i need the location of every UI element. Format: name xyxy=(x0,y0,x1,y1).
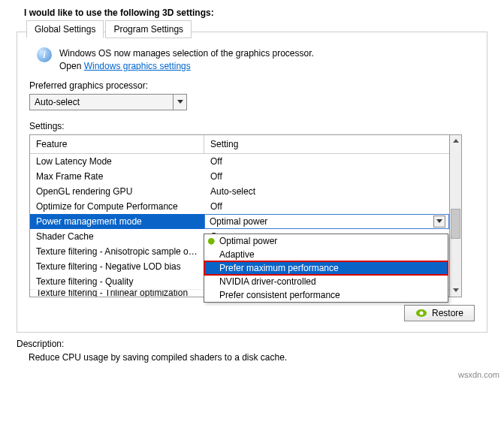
nvidia-icon xyxy=(415,309,427,318)
description-text: Reduce CPU usage by saving compiled shad… xyxy=(17,352,487,363)
svg-point-3 xyxy=(419,311,423,315)
table-row-selected[interactable]: Power management mode Optimal power xyxy=(30,214,449,229)
restore-button-label: Restore xyxy=(432,308,463,318)
description-block: Description: Reduce CPU usage by saving … xyxy=(17,339,487,363)
dropdown-option-adaptive[interactable]: Adaptive xyxy=(204,248,448,261)
setting-cell: Off xyxy=(204,201,449,212)
dropdown-option-nvidia-controlled[interactable]: NVIDIA driver-controlled xyxy=(204,275,448,288)
column-header-setting[interactable]: Setting xyxy=(204,135,449,153)
scrollbar-thumb[interactable] xyxy=(451,209,460,239)
svg-point-0 xyxy=(208,237,215,244)
dropdown-option-label: Prefer maximum performance xyxy=(219,263,339,273)
info-line1: Windows OS now manages selection of the … xyxy=(59,47,314,60)
dropdown-option-label: Prefer consistent performance xyxy=(219,290,340,300)
feature-cell: Texture filtering - Negative LOD bias xyxy=(30,261,204,272)
scroll-down-button[interactable] xyxy=(450,285,461,297)
feature-cell: Texture filtering - Trilinear optimizati… xyxy=(30,289,204,297)
chevron-down-icon[interactable] xyxy=(433,215,445,228)
scrollbar-track[interactable] xyxy=(450,147,461,285)
preferred-processor-value: Auto-select xyxy=(30,97,173,107)
feature-cell: Optimize for Compute Performance xyxy=(30,201,204,212)
setting-cell: Off xyxy=(204,171,449,182)
tab-program-settings[interactable]: Program Settings xyxy=(105,20,192,38)
setting-cell: Auto-select xyxy=(204,186,449,197)
tabs: Global Settings Program Settings xyxy=(26,20,193,38)
nvidia-icon xyxy=(207,237,218,245)
feature-cell: Texture filtering - Anisotropic sample o… xyxy=(30,246,204,257)
preferred-processor-label: Preferred graphics processor: xyxy=(29,80,475,91)
feature-cell: OpenGL rendering GPU xyxy=(30,186,204,197)
settings-grid-wrap: Feature Setting Low Latency Mode Off Max… xyxy=(29,134,475,297)
table-row[interactable]: Max Frame Rate Off xyxy=(30,169,449,184)
dropdown-option-label: NVIDIA driver-controlled xyxy=(219,276,316,287)
feature-cell: Max Frame Rate xyxy=(30,171,204,182)
table-row[interactable]: Low Latency Mode Off xyxy=(30,154,449,169)
scroll-up-button[interactable] xyxy=(450,135,461,147)
setting-value: Optimal power xyxy=(210,216,267,227)
info-icon: i xyxy=(37,47,52,62)
info-text: Windows OS now manages selection of the … xyxy=(59,47,314,73)
chevron-down-icon[interactable] xyxy=(173,95,186,110)
description-title: Description: xyxy=(17,339,487,349)
setting-cell-dropdown[interactable]: Optimal power xyxy=(204,214,449,229)
grid-header: Feature Setting xyxy=(30,135,449,154)
windows-graphics-settings-link[interactable]: Windows graphics settings xyxy=(84,61,191,71)
settings-label: Settings: xyxy=(29,121,475,131)
feature-cell: Shader Cache xyxy=(30,231,204,242)
dropdown-option-prefer-consistent[interactable]: Prefer consistent performance xyxy=(204,288,448,302)
dropdown-option-optimal-power[interactable]: Optimal power xyxy=(204,234,448,248)
feature-cell: Texture filtering - Quality xyxy=(30,276,204,287)
column-header-feature[interactable]: Feature xyxy=(30,135,204,153)
tab-global-settings[interactable]: Global Settings xyxy=(26,20,104,38)
watermark: wsxdn.com xyxy=(0,363,504,379)
setting-cell: Off xyxy=(204,156,449,167)
page-title: I would like to use the following 3D set… xyxy=(0,0,504,18)
dropdown-option-label: Optimal power xyxy=(219,236,277,246)
info-open-prefix: Open xyxy=(59,61,84,71)
settings-panel: Global Settings Program Settings i Windo… xyxy=(17,32,487,333)
dropdown-option-label: Adaptive xyxy=(219,249,255,260)
restore-row: Restore xyxy=(29,305,475,321)
power-mode-dropdown: Optimal power Adaptive Prefer maximum pe… xyxy=(204,234,448,303)
dropdown-option-prefer-max-perf[interactable]: Prefer maximum performance xyxy=(204,261,448,275)
info-row: i Windows OS now manages selection of th… xyxy=(37,47,475,73)
restore-button[interactable]: Restore xyxy=(404,305,475,321)
table-row[interactable]: Optimize for Compute Performance Off xyxy=(30,199,449,214)
table-row[interactable]: OpenGL rendering GPU Auto-select xyxy=(30,184,449,199)
vertical-scrollbar[interactable] xyxy=(450,134,462,297)
feature-cell: Power management mode xyxy=(30,216,204,227)
preferred-processor-select[interactable]: Auto-select xyxy=(29,94,187,110)
feature-cell: Low Latency Mode xyxy=(30,156,204,167)
